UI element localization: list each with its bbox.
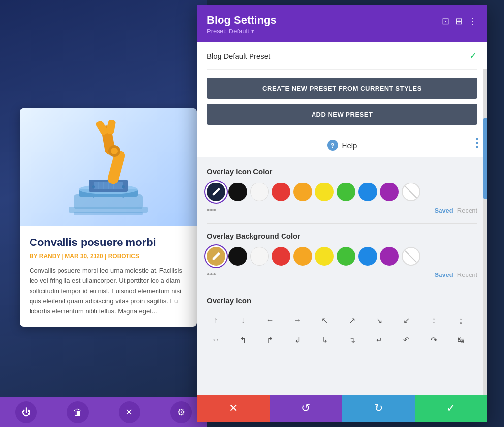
overlay-bg-color-row — [207, 247, 477, 266]
color-white[interactable] — [250, 183, 269, 201]
icon-down-left[interactable]: ↙ — [398, 311, 415, 329]
recent-button[interactable]: Recent — [457, 207, 477, 214]
undo-icon: ↺ — [301, 402, 310, 415]
icon-cw[interactable]: ↷ — [425, 331, 442, 349]
preset-item[interactable]: Blog Default Preset ✓ — [207, 42, 477, 70]
bg-color-green[interactable] — [337, 247, 355, 266]
color-green[interactable] — [337, 183, 355, 201]
icon-updown[interactable]: ↕ — [425, 311, 442, 329]
robot-illustration — [34, 111, 182, 224]
close-icon: ✕ — [119, 401, 140, 423]
bg-saved-button[interactable]: Saved — [434, 271, 453, 278]
redo-button[interactable]: ↻ — [342, 395, 415, 422]
overlay-icon-color-selected[interactable] — [207, 183, 225, 201]
color-yellow[interactable] — [315, 183, 334, 201]
cancel-button[interactable]: ✕ — [197, 395, 270, 422]
icon-right[interactable]: → — [288, 311, 306, 329]
help-row[interactable]: ? Help — [197, 133, 487, 157]
bg-color-yellow[interactable] — [315, 247, 334, 266]
section-divider-1 — [207, 223, 477, 224]
icon-down-right[interactable]: ↘ — [370, 311, 388, 329]
icon-vertical[interactable]: ↨ — [452, 311, 470, 329]
chevron-down-icon: ▾ — [251, 28, 254, 35]
icon-corner-right[interactable]: ↳ — [316, 331, 334, 349]
section-divider-2 — [207, 288, 477, 288]
undo-button[interactable]: ↺ — [270, 395, 343, 422]
svg-point-15 — [92, 185, 95, 188]
redo-icon: ↻ — [374, 402, 383, 415]
panel-scrollbar[interactable] — [483, 69, 487, 395]
icon-ccw[interactable]: ↶ — [398, 331, 415, 349]
create-preset-button[interactable]: CREATE NEW PRESET FROM CURRENT STYLES — [207, 78, 477, 99]
overlay-bg-color-selected[interactable] — [207, 247, 225, 266]
icon-tab[interactable]: ↹ — [452, 331, 470, 349]
side-dots-decoration — [476, 138, 478, 148]
panel-scrollbar-thumb — [483, 118, 487, 199]
icon-down[interactable]: ↓ — [234, 311, 252, 329]
svg-point-17 — [93, 196, 94, 198]
more-bg-colors-dots[interactable]: ••• — [207, 270, 216, 280]
svg-rect-14 — [106, 119, 116, 135]
icon-corner-left[interactable]: ↲ — [288, 331, 306, 349]
svg-point-16 — [122, 185, 125, 188]
trash-button[interactable]: 🗑 — [52, 397, 103, 427]
color-black[interactable] — [228, 183, 247, 201]
trash-icon: 🗑 — [67, 401, 89, 423]
overlay-icon-grid: ↑ ↓ ← → ↖ ↗ ↘ ↙ ↕ ↨ ↔ ↰ ↱ ↲ ↳ ↴ ↵ ↶ ↷ ↹ — [207, 311, 477, 349]
help-text: Help — [342, 141, 357, 150]
panel-subtitle[interactable]: Preset: Default ▾ — [207, 28, 277, 35]
overlay-bg-saved-recent-row: ••• Saved Recent — [207, 270, 477, 280]
preset-check-icon: ✓ — [469, 50, 477, 61]
saved-button[interactable]: Saved — [434, 207, 453, 214]
panel-header: Blog Settings Preset: Default ▾ ⊡ ⊞ ⋮ — [197, 5, 487, 42]
blog-card-title: Convallis posuere morbi — [30, 236, 187, 249]
icon-down-enter[interactable]: ↴ — [343, 331, 361, 349]
bg-recent-button[interactable]: Recent — [457, 271, 477, 278]
overlay-icon-color-row — [207, 183, 477, 201]
icon-leftright[interactable]: ↔ — [207, 331, 224, 349]
icon-up[interactable]: ↑ — [207, 311, 224, 329]
power-button[interactable]: ⏻ — [0, 397, 52, 427]
split-view-icon[interactable]: ⊞ — [455, 16, 463, 27]
bg-color-red[interactable] — [272, 247, 290, 266]
icon-left[interactable]: ← — [261, 311, 279, 329]
color-none[interactable] — [402, 183, 420, 201]
bg-color-blue[interactable] — [358, 247, 377, 266]
color-orange[interactable] — [293, 183, 312, 201]
cancel-icon: ✕ — [229, 402, 238, 415]
panel-title: Blog Settings — [207, 14, 277, 27]
bg-color-black[interactable] — [228, 247, 247, 266]
bottom-toolbar: ⏻ 🗑 ✕ ⚙ — [0, 397, 207, 427]
add-preset-button[interactable]: ADD NEW PRESET — [207, 104, 477, 125]
svg-rect-20 — [74, 212, 143, 215]
color-red[interactable] — [272, 183, 290, 201]
svg-point-18 — [122, 196, 124, 198]
bg-color-none[interactable] — [402, 247, 420, 266]
overlay-icon-title: Overlay Icon — [207, 296, 477, 305]
confirm-icon: ✓ — [446, 402, 455, 415]
bg-color-orange[interactable] — [293, 247, 312, 266]
expand-icon[interactable]: ⊡ — [442, 16, 449, 27]
bg-color-purple[interactable] — [380, 247, 399, 266]
blog-card-excerpt: Convallis posuere morbi leo urna molesti… — [30, 266, 187, 317]
color-blue[interactable] — [358, 183, 377, 201]
icon-return[interactable]: ↵ — [370, 331, 388, 349]
icon-curve-left[interactable]: ↰ — [234, 331, 252, 349]
color-purple[interactable] — [380, 183, 399, 201]
close-button[interactable]: ✕ — [103, 397, 155, 427]
power-icon: ⏻ — [15, 401, 37, 423]
blog-settings-panel: Blog Settings Preset: Default ▾ ⊡ ⊞ ⋮ Bl… — [197, 5, 487, 422]
overlay-icon-color-title: Overlay Icon Color — [207, 167, 477, 176]
overlay-icon-saved-recent-row: ••• Saved Recent — [207, 205, 477, 215]
confirm-button[interactable]: ✓ — [415, 395, 488, 422]
help-icon: ? — [327, 140, 338, 151]
panel-content: Overlay Icon Color ••• Saved Recent — [197, 157, 487, 395]
icon-curve-right[interactable]: ↱ — [261, 331, 279, 349]
icon-up-right[interactable]: ↗ — [343, 311, 361, 329]
icon-up-left[interactable]: ↖ — [316, 311, 334, 329]
preset-buttons-area: CREATE NEW PRESET FROM CURRENT STYLES AD… — [197, 70, 487, 133]
more-colors-dots[interactable]: ••• — [207, 205, 216, 215]
more-options-icon[interactable]: ⋮ — [469, 16, 477, 27]
blog-card: Convallis posuere morbi BY RANDY | MAR 3… — [20, 108, 197, 327]
bg-color-white[interactable] — [250, 247, 269, 266]
